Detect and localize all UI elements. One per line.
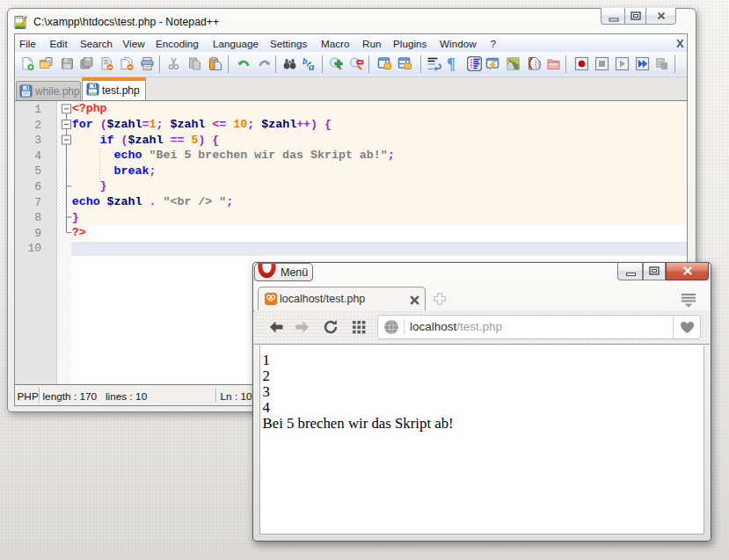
- svg-text:{}: {}: [534, 59, 542, 69]
- svg-text:b: b: [303, 56, 308, 66]
- svg-text:a: a: [309, 60, 315, 71]
- svg-text:¶: ¶: [447, 56, 456, 71]
